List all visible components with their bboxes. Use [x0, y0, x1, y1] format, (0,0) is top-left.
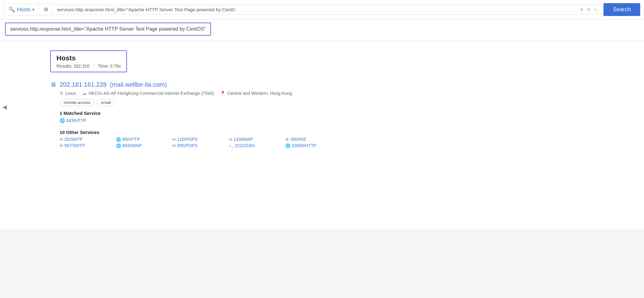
- query-display-container: services.http.response.html_title="Apach…: [0, 19, 644, 41]
- service-587-smtp: ✉ 587/SMTP: [60, 143, 116, 148]
- other-services-row-1: ✉ 25/SMTP 🌐 80/HTTP ✉ 110/POP3 ✉ 143/IMA…: [60, 137, 635, 142]
- email-icon-587: ✉: [60, 143, 63, 148]
- os-label: Linux: [66, 91, 76, 96]
- host-tags: remote-access email: [60, 99, 635, 106]
- doc-icon-500: 🗎: [285, 137, 289, 142]
- service-2222-ssh: >_ 2222/SSH: [229, 143, 285, 148]
- email-icon-110: ✉: [172, 137, 176, 142]
- email-icon-25: ✉: [60, 137, 63, 142]
- location-label: Central and Western, Hong Kong: [227, 91, 292, 96]
- globe-icon-10000: 🌐: [285, 143, 290, 148]
- globe-icon-80: 🌐: [116, 137, 121, 142]
- service-link-500[interactable]: 500/IKE: [291, 137, 306, 142]
- query-display-box: services.http.response.html_title="Apach…: [5, 23, 211, 36]
- hosts-dropdown[interactable]: 🔍 Hosts ▾: [4, 3, 39, 16]
- services-divider: [60, 126, 635, 126]
- location-icon: 📍: [220, 91, 225, 96]
- search-input[interactable]: [57, 7, 577, 12]
- hosts-label: Hosts: [17, 7, 30, 13]
- results-header: Hosts Results: 332,310 | Time: 0.78s: [50, 50, 127, 72]
- service-25-smtp: ✉ 25/SMTP: [60, 137, 116, 142]
- service-link-110[interactable]: 110/POP3: [177, 137, 198, 142]
- service-80-http: 🌐 80/HTTP: [116, 137, 172, 142]
- host-ip-link[interactable]: 202.181.161.228: [60, 81, 107, 88]
- os-meta: ⚙ Linux: [60, 91, 76, 96]
- matched-services-title: 1 Matched Service: [60, 110, 635, 116]
- service-110-pop3: ✉ 110/POP3: [172, 137, 229, 142]
- service-link-10000[interactable]: 10000/HTTP: [292, 143, 316, 148]
- service-link-25[interactable]: 25/SMTP: [64, 137, 82, 142]
- search-input-icons: ✕ ✳ >_: [580, 7, 599, 13]
- terminal-icon[interactable]: >_: [594, 7, 599, 12]
- email-icon-143: ✉: [229, 137, 232, 142]
- other-services-row-2: ✉ 587/SMTP 🌐 993/IMAP ✉ 995/POP3 >_ 2222…: [60, 143, 635, 148]
- host-title: 🖥 202.181.161.228 (mail.wellbe-ila.com): [50, 81, 635, 88]
- service-link-2222[interactable]: 2222/SSH: [235, 143, 255, 148]
- results-count: Results: 332,310: [56, 64, 89, 69]
- isp-label: HKCIX-AS-AP HongKong Commercial Internet…: [88, 91, 214, 96]
- service-500-ike: 🗎 500/IKE: [285, 137, 342, 142]
- search-input-wrapper: ✕ ✳ >_: [53, 5, 603, 15]
- service-143-imap: ✉ 143/IMAP: [229, 137, 285, 142]
- terminal-icon-2222: >_: [229, 143, 234, 148]
- service-10000-http: 🌐 10000/HTTP: [285, 143, 342, 148]
- scroll-indicator: ◀: [3, 104, 7, 110]
- results-meta: Results: 332,310 | Time: 0.78s: [56, 64, 121, 69]
- matched-service-443[interactable]: 🌐 443/HTTP: [60, 118, 86, 123]
- pin-icon[interactable]: ✳: [587, 7, 591, 13]
- host-domain-link[interactable]: (mail.wellbe-ila.com): [110, 81, 167, 88]
- services-section: 1 Matched Service 🌐 443/HTTP 10 Other Se…: [60, 110, 635, 148]
- service-993-imap: 🌐 993/IMAP: [116, 143, 172, 148]
- settings-button[interactable]: ⚙: [39, 3, 53, 16]
- host-result: 🖥 202.181.161.228 (mail.wellbe-ila.com) …: [50, 81, 635, 148]
- service-link-995[interactable]: 995/POP3: [177, 143, 198, 148]
- search-button[interactable]: Search: [604, 3, 640, 16]
- globe-icon-993: 🌐: [116, 143, 121, 148]
- service-link-587[interactable]: 587/SMTP: [64, 143, 85, 148]
- os-icon: ⚙: [60, 91, 64, 96]
- tag-remote-access[interactable]: remote-access: [60, 99, 94, 106]
- results-title: Hosts: [56, 54, 121, 62]
- other-services-title: 10 Other Services: [60, 130, 635, 135]
- results-divider: |: [93, 64, 94, 69]
- service-link-993[interactable]: 993/IMAP: [122, 143, 141, 148]
- matched-services-list: 🌐 443/HTTP: [60, 118, 635, 123]
- monitor-icon: 🖥: [50, 81, 56, 88]
- tag-email[interactable]: email: [97, 99, 115, 106]
- email-icon-995: ✉: [172, 143, 176, 148]
- search-bar: 🔍 Hosts ▾ ⚙ ✕ ✳ >_ Search: [0, 0, 644, 19]
- service-995-pop3: ✉ 995/POP3: [172, 143, 229, 148]
- main-content: ◀ Hosts Results: 332,310 | Time: 0.78s 🖥…: [0, 41, 644, 229]
- service-link-143[interactable]: 143/IMAP: [234, 137, 253, 142]
- chevron-down-icon: ▾: [32, 7, 34, 12]
- results-time: Time: 0.78s: [98, 64, 121, 69]
- search-icon: 🔍: [8, 6, 15, 13]
- gear-icon: ⚙: [44, 6, 48, 13]
- isp-meta: ☁ HKCIX-AS-AP HongKong Commercial Intern…: [82, 91, 214, 96]
- host-meta: ⚙ Linux ☁ HKCIX-AS-AP HongKong Commercia…: [60, 91, 635, 96]
- location-meta: 📍 Central and Western, Hong Kong: [220, 91, 292, 96]
- globe-icon-443: 🌐: [60, 118, 65, 123]
- clear-icon[interactable]: ✕: [580, 7, 584, 13]
- cloud-icon: ☁: [82, 91, 87, 96]
- query-text: services.http.response.html_title="Apach…: [10, 26, 206, 32]
- service-link-80[interactable]: 80/HTTP: [122, 137, 140, 142]
